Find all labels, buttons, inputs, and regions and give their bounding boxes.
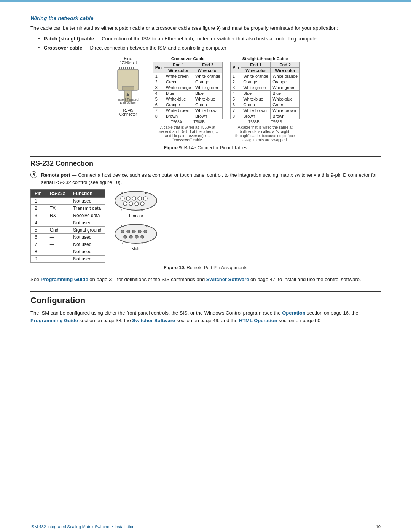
switcher-software-link: Switcher Software <box>206 276 249 282</box>
table-row: 1—Not used <box>31 197 105 204</box>
config-text-3: section on page 38, the <box>78 318 132 323</box>
svg-point-16 <box>126 197 130 200</box>
crossover-table: Pin End 1 End 2 Wire color Wire color 1W… <box>153 62 223 119</box>
table-row: 5GndSignal ground <box>31 226 105 233</box>
svg-text:Pair Wires: Pair Wires <box>120 101 136 105</box>
table-row: 8—Not used <box>31 248 105 255</box>
table-row: 6—Not used <box>31 233 105 241</box>
table-row: 7White-brownWhite-brown <box>153 107 222 113</box>
svg-point-22 <box>135 202 139 206</box>
html-link: HTML Operation <box>239 318 277 323</box>
config-body: The ISM can be configured using either t… <box>30 309 381 324</box>
col-end2-s: End 2 <box>271 62 300 67</box>
female-label: Female <box>129 213 143 218</box>
remote-port-rest: — Connect a host device, such as a compu… <box>41 172 377 185</box>
table-row: 9—Not used <box>31 255 105 262</box>
config-text-5: section on page 60 <box>277 318 320 323</box>
svg-point-30 <box>127 230 130 233</box>
svg-text:6: 6 <box>141 208 143 212</box>
rj45-label: RJ-45Connector <box>119 108 137 117</box>
bullet-crossover: Crossover cable — Direct connection betw… <box>38 44 381 52</box>
wiring-section: Wiring the network cable The cable can b… <box>30 15 381 150</box>
rj45-connector: Pins:12345678 Insert Twisted <box>111 56 145 117</box>
svg-point-17 <box>132 197 136 200</box>
footer-left: ISM 482 Integrated Scaling Matrix Switch… <box>30 524 134 529</box>
col-end1-s: End 1 <box>241 62 271 67</box>
db9-male-wrap: 1 5 6 9 Male <box>113 222 159 251</box>
bullet-crossover-bold: Crossover cable <box>44 45 82 51</box>
col-pin: Pin <box>153 62 164 73</box>
prog-guide-link: Programming Guide <box>30 318 78 323</box>
fig10-caption: Figure 10. Remote Port Pin Assignments <box>30 265 381 270</box>
rs232-section: RS-232 Connection 8 Remote port — Connec… <box>30 156 381 283</box>
svg-point-29 <box>121 230 124 233</box>
svg-point-15 <box>121 197 124 200</box>
svg-point-18 <box>138 197 142 200</box>
straight-title: Straight-through Cable <box>242 56 288 61</box>
male-label: Male <box>132 246 141 251</box>
fig9-caption: Figure 9. RJ-45 Connector Pinout Tables <box>30 145 381 150</box>
figure9-area: Pins:12345678 Insert Twisted <box>30 56 381 142</box>
crossover-t2: T568B <box>193 120 204 124</box>
table-row: 1White-greenWhite-orange <box>153 73 222 79</box>
svg-point-37 <box>141 235 144 238</box>
rj45-svg: Insert Twisted Pair Wires <box>114 66 142 107</box>
svg-rect-9 <box>122 86 134 90</box>
svg-point-34 <box>124 235 127 238</box>
svg-text:5: 5 <box>145 224 147 228</box>
table-row: 6GreenGreen <box>231 102 300 107</box>
col-end2: End 2 <box>193 62 222 67</box>
straight-cable-section: Straight-through Cable Pin End 1 End 2 W… <box>230 56 300 142</box>
programming-guide-link: Programming Guide <box>41 276 88 282</box>
table-row: 2TXTransmit data <box>31 204 105 212</box>
fig9-num: Figure 9. <box>164 145 183 150</box>
crossover-note: A cable that is wired as T568A at one en… <box>157 125 218 142</box>
circle-8: 8 <box>30 171 37 178</box>
svg-point-33 <box>144 230 147 233</box>
rs232-col-signal: RS-232 <box>46 189 69 197</box>
table-row: 4—Not used <box>31 219 105 226</box>
db9-male-svg: 1 5 6 9 <box>113 222 159 245</box>
table-row: 7White-brownWhite-brown <box>231 107 300 113</box>
wiring-title: Wiring the network cable <box>30 15 381 21</box>
rs232-content-row: Pin RS-232 Function 1—Not used2TXTransmi… <box>30 189 381 263</box>
page-footer: ISM 482 Integrated Scaling Matrix Switch… <box>0 521 411 532</box>
straight-t2: T568B <box>271 120 282 124</box>
fig9-label: RJ-45 Connector Pinout Tables <box>184 145 247 150</box>
wiring-intro: The cable can be terminated as either a … <box>30 24 381 32</box>
svg-text:1: 1 <box>121 224 123 228</box>
col-end1: End 1 <box>164 62 193 67</box>
fig10-num: Figure 10. <box>164 265 185 270</box>
rs232-note-pre: See <box>30 276 41 282</box>
rs232-intro-text: Remote port — Connect a host device, suc… <box>41 171 381 186</box>
table-row: 8BrownBrown <box>153 113 222 119</box>
svg-text:5: 5 <box>121 191 123 195</box>
rs232-intro-row: 8 Remote port — Connect a host device, s… <box>30 171 381 186</box>
svg-point-31 <box>132 230 135 233</box>
svg-text:6: 6 <box>121 241 123 245</box>
crossover-t1: T568A <box>171 120 182 124</box>
table-row: 3RXReceive data <box>31 212 105 219</box>
crossover-title: Crossover Cable <box>171 56 204 61</box>
svg-point-21 <box>129 202 133 206</box>
table-row: 1White-orangeWhite-orange <box>231 73 300 79</box>
svg-point-32 <box>138 230 141 233</box>
svg-point-36 <box>135 235 138 238</box>
db9-female-wrap: 5 1 9 6 Female <box>113 189 159 218</box>
svg-text:Insert Twisted: Insert Twisted <box>118 97 139 101</box>
rs232-note-end: on page 47, to install and use the contr… <box>249 276 361 282</box>
config-text-2: section on page 16, the <box>306 310 358 316</box>
bullet-crossover-rest: — Direct connection between the ISM and … <box>82 45 226 51</box>
table-row: 5White-blueWhite-blue <box>153 96 222 102</box>
operation-link: Operation <box>282 310 305 316</box>
config-heading: Configuration <box>30 291 381 305</box>
pins-label: Pins:12345678 <box>120 56 137 65</box>
footer-right: 10 <box>376 524 381 529</box>
rs232-col-pin: Pin <box>31 189 46 197</box>
db9-connectors: 5 1 9 6 Female <box>113 189 159 251</box>
straight-t1: T568B <box>248 120 259 124</box>
straight-note: A cable that is wired the same at both e… <box>235 125 296 142</box>
svg-text:9: 9 <box>121 208 123 212</box>
db9-female-svg: 5 1 9 6 <box>113 189 159 212</box>
rs232-note-mid: on page 31, for definitions of the SIS c… <box>88 276 206 282</box>
